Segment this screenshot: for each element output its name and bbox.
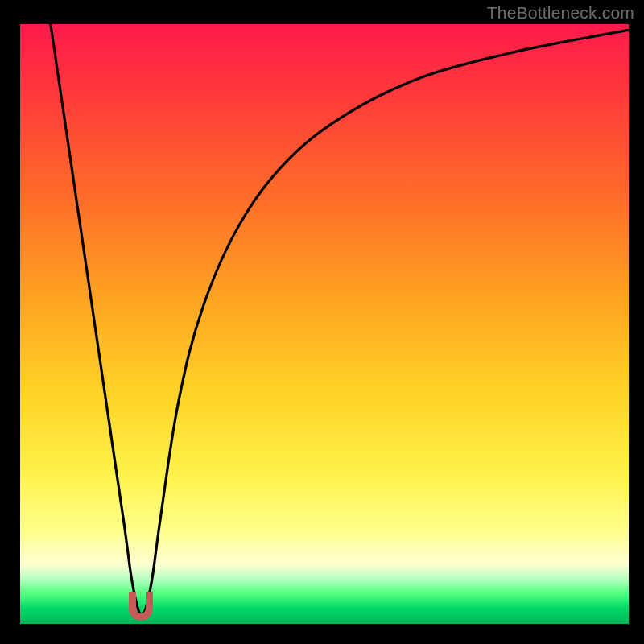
curve-path (51, 24, 629, 615)
chart-frame: TheBottleneck.com (0, 0, 644, 644)
plot-area (20, 24, 629, 624)
bottleneck-curve (20, 24, 629, 624)
watermark-text: TheBottleneck.com (487, 3, 634, 23)
dip-marker (129, 592, 153, 621)
